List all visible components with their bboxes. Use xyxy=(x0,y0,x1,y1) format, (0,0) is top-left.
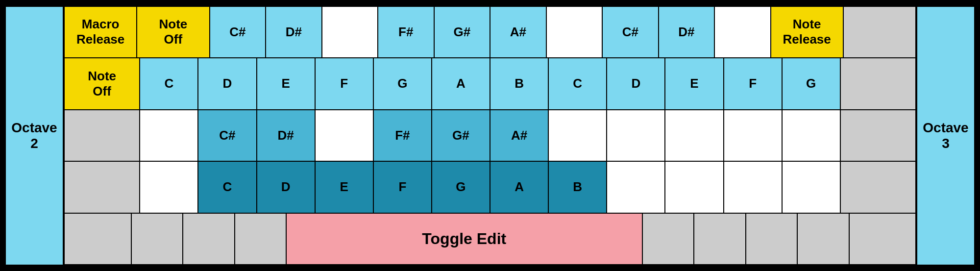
empty-row4-1 xyxy=(140,162,198,213)
cs4-cell[interactable]: C# xyxy=(603,7,659,58)
c4-label: C xyxy=(573,76,582,91)
as3-label: A# xyxy=(510,25,526,40)
ds3-label: D# xyxy=(286,25,302,40)
empty-row5-2 xyxy=(183,214,235,265)
c3-label: C xyxy=(164,76,173,91)
gray-row3-left xyxy=(65,110,140,161)
gs3-cell[interactable]: G# xyxy=(435,7,491,58)
gray-row4-right xyxy=(841,162,915,213)
as3-cell[interactable]: A# xyxy=(490,7,547,58)
octave2-label: Octave 2 xyxy=(5,6,64,266)
f2-cell[interactable]: F xyxy=(374,162,432,213)
note-release-cell[interactable]: NoteRelease xyxy=(771,7,844,58)
empty-row3-2 xyxy=(607,110,665,161)
f3-cell[interactable]: F xyxy=(316,58,374,109)
ds3-cell[interactable]: D# xyxy=(266,7,322,58)
a2-label: A xyxy=(514,179,524,195)
gap-row3-e xyxy=(316,110,374,161)
gray-row4-left xyxy=(65,162,140,213)
c4-cell[interactable]: C xyxy=(549,58,607,109)
empty-row5-3 xyxy=(235,214,287,265)
gray-row5-left xyxy=(65,214,132,265)
g2-cell[interactable]: G xyxy=(432,162,490,213)
note-release-label: NoteRelease xyxy=(783,17,831,47)
main-container: Octave 2 MacroRelease NoteOff C# D# F# G… xyxy=(5,6,975,266)
toggle-edit-label: Toggle Edit xyxy=(422,229,506,248)
c2-cell[interactable]: C xyxy=(198,162,257,213)
g3-label: G xyxy=(397,76,407,91)
ds2-label: D# xyxy=(277,128,294,143)
octave2-text: Octave 2 xyxy=(6,120,63,151)
fs2-cell[interactable]: F# xyxy=(374,110,432,161)
gs3-label: G# xyxy=(453,25,470,40)
b3-cell[interactable]: B xyxy=(490,58,549,109)
e2-cell[interactable]: E xyxy=(316,162,374,213)
e2-label: E xyxy=(340,179,348,195)
f2-label: F xyxy=(398,179,406,195)
a3-cell[interactable]: A xyxy=(432,58,490,109)
row-3: C# D# F# G# A# xyxy=(65,110,915,162)
note-off-top-cell[interactable]: NoteOff xyxy=(137,7,210,58)
cs3-label: C# xyxy=(229,25,245,40)
note-off-top-label: NoteOff xyxy=(159,17,187,47)
g4-cell[interactable]: G xyxy=(783,58,841,109)
empty-row3-4 xyxy=(724,110,783,161)
e4-cell[interactable]: E xyxy=(665,58,724,109)
cs3-cell[interactable]: C# xyxy=(210,7,267,58)
as2-cell[interactable]: A# xyxy=(490,110,549,161)
e4-label: E xyxy=(690,76,698,91)
e3-label: E xyxy=(281,76,290,91)
d3-cell[interactable]: D xyxy=(198,58,257,109)
ds2-cell[interactable]: D# xyxy=(257,110,316,161)
macro-release-label: MacroRelease xyxy=(76,17,124,47)
row-5: Toggle Edit xyxy=(65,214,915,265)
b2-label: B xyxy=(573,179,582,195)
toggle-edit-cell[interactable]: Toggle Edit xyxy=(287,214,642,265)
row-2: NoteOff C D E F G A B C xyxy=(65,58,915,110)
d3-label: D xyxy=(223,76,232,91)
empty-row5-5 xyxy=(694,214,746,265)
empty-row3-1 xyxy=(140,110,198,161)
a3-label: A xyxy=(456,76,466,91)
note-off-main-cell[interactable]: NoteOff xyxy=(65,58,140,109)
f4-cell[interactable]: F xyxy=(724,58,783,109)
a2-cell[interactable]: A xyxy=(490,162,549,213)
gap3-top xyxy=(715,7,771,58)
e3-cell[interactable]: E xyxy=(257,58,316,109)
row-1: MacroRelease NoteOff C# D# F# G# A# xyxy=(65,7,915,59)
fs3-label: F# xyxy=(398,25,413,40)
gap1-top xyxy=(322,7,379,58)
grid-area: MacroRelease NoteOff C# D# F# G# A# xyxy=(64,6,916,266)
d2-cell[interactable]: D xyxy=(257,162,316,213)
fs3-cell[interactable]: F# xyxy=(378,7,435,58)
gs2-cell[interactable]: G# xyxy=(432,110,490,161)
row-4: C D E F G A B xyxy=(65,162,915,214)
g4-label: G xyxy=(806,76,816,91)
empty-row3-5 xyxy=(783,110,841,161)
as2-label: A# xyxy=(511,128,527,143)
g2-label: G xyxy=(456,179,466,195)
f4-label: F xyxy=(749,76,757,91)
b3-label: B xyxy=(514,76,524,91)
empty-row5-1 xyxy=(132,214,184,265)
empty-row4-4 xyxy=(724,162,783,213)
empty-row4-2 xyxy=(607,162,665,213)
cs4-label: C# xyxy=(622,25,638,40)
ds4-label: D# xyxy=(678,25,694,40)
b2-cell[interactable]: B xyxy=(549,162,607,213)
d4-cell[interactable]: D xyxy=(607,58,665,109)
fs2-label: F# xyxy=(395,128,410,143)
c3-cell[interactable]: C xyxy=(140,58,198,109)
g3-cell[interactable]: G xyxy=(374,58,432,109)
f3-label: F xyxy=(340,76,348,91)
d4-label: D xyxy=(631,76,640,91)
ds4-cell[interactable]: D# xyxy=(659,7,715,58)
d2-label: D xyxy=(281,179,291,195)
gs2-label: G# xyxy=(452,128,469,143)
note-off-main-label: NoteOff xyxy=(88,69,116,99)
cs2-cell[interactable]: C# xyxy=(198,110,257,161)
octave3-text: Octave 3 xyxy=(917,120,974,151)
macro-release-cell[interactable]: MacroRelease xyxy=(65,7,137,58)
gap2-top xyxy=(547,7,603,58)
empty-row5-4 xyxy=(643,214,695,265)
